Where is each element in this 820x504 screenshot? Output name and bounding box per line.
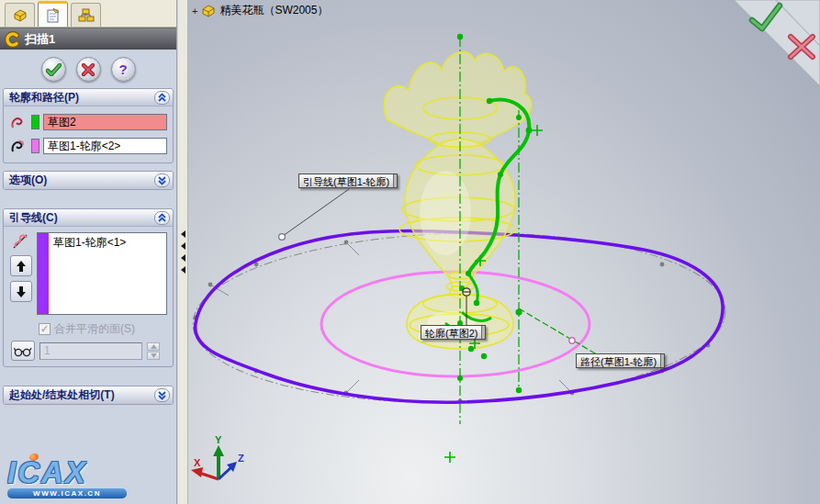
configuration-icon xyxy=(78,8,95,23)
spinner-down-icon[interactable] xyxy=(147,352,160,360)
profile-selection-row: 草图2 xyxy=(9,113,167,131)
corner-x-icon xyxy=(785,33,818,61)
panel-splitter[interactable] xyxy=(178,0,188,504)
icax-watermark: ICAX WWW.ICAX.CN xyxy=(7,459,127,498)
section-profile-and-path: 轮廓和路径(P) 草图2 xyxy=(3,88,174,163)
cancel-button[interactable] xyxy=(76,57,101,82)
section-start-end-tangency: 起始处/结束处相切(T) xyxy=(3,386,174,405)
section-title: 起始处/结束处相切(T) xyxy=(9,387,154,403)
triad-z-label: Z xyxy=(238,453,244,464)
callout-text: 轮廓(草图2) xyxy=(421,326,481,339)
profile-selection-field[interactable]: 草图2 xyxy=(43,114,167,130)
tab-feature-manager[interactable] xyxy=(5,3,35,27)
merge-smooth-faces-row: ✓ 合并平滑的面(S) xyxy=(39,321,167,337)
section-title: 轮廓和路径(P) xyxy=(9,90,154,106)
expand-chevron-down-icon[interactable] xyxy=(154,388,170,402)
tab-property-manager[interactable] xyxy=(38,1,68,27)
callout-text: 引导线(草图1-轮廓) xyxy=(299,174,393,187)
callout-handle xyxy=(481,326,485,339)
arrow-up-icon xyxy=(16,260,27,273)
section-profile-and-path-header[interactable]: 轮廓和路径(P) xyxy=(4,89,173,106)
section-number-spinner xyxy=(147,342,160,360)
guide-curves-list[interactable]: 草图1-轮廓<1> xyxy=(37,232,167,315)
show-sections-button[interactable] xyxy=(11,341,35,361)
confirm-button-row: ? xyxy=(0,50,176,88)
vase-model[interactable] xyxy=(384,51,532,349)
question-icon: ? xyxy=(118,62,127,77)
part-icon xyxy=(201,5,216,17)
collapse-chevron-up-icon[interactable] xyxy=(154,211,170,225)
guide-curve-icon xyxy=(11,232,31,251)
feature-tree-node[interactable]: + 精美花瓶（SW2005） xyxy=(192,3,328,18)
guide-curve-list-item[interactable]: 草图1-轮廓<1> xyxy=(49,233,126,314)
guide-curve-color-swatch xyxy=(38,233,49,314)
checkbox-checked-disabled[interactable]: ✓ xyxy=(39,323,51,335)
callout-handle xyxy=(660,354,664,367)
path-selection-row: 草图1-轮廓<2> xyxy=(9,137,167,155)
icax-url-banner: WWW.ICAX.CN xyxy=(7,488,127,498)
solidworks-window: 扫描1 ? xyxy=(0,0,820,504)
tree-expand-glyph[interactable]: + xyxy=(192,6,197,17)
panel-body: ? 轮廓和路径(P) xyxy=(0,50,176,405)
sweep-feature-icon xyxy=(4,31,21,48)
graphics-viewport[interactable]: X Y Z + 精美花瓶（SW2005） xyxy=(188,0,820,504)
panel-tab-bar xyxy=(0,0,176,28)
check-icon xyxy=(46,63,62,76)
section-options-header[interactable]: 选项(O) xyxy=(4,172,173,189)
section-guide-curves-header[interactable]: 引导线(C) xyxy=(4,209,173,227)
glasses-icon xyxy=(14,345,32,357)
path-sketch-icon xyxy=(9,138,28,154)
callout-text: 路径(草图1-轮廓) xyxy=(577,354,660,367)
collapse-chevron-up-icon[interactable] xyxy=(154,91,170,105)
expand-chevron-down-icon[interactable] xyxy=(154,174,170,187)
path-selection-field[interactable]: 草图1-轮廓<2> xyxy=(43,138,167,154)
triad-x-label: X xyxy=(194,457,201,468)
move-up-button[interactable] xyxy=(10,255,32,276)
property-sheet-icon xyxy=(45,7,62,23)
panel-title: 扫描1 xyxy=(25,31,55,48)
x-icon xyxy=(82,63,95,76)
callout-profile[interactable]: 轮廓(草图2) xyxy=(421,325,486,340)
help-button[interactable]: ? xyxy=(111,57,136,82)
tree-node-label[interactable]: 精美花瓶（SW2005） xyxy=(219,3,328,18)
show-sections-row xyxy=(11,341,167,361)
checkbox-label: 合并平滑的面(S) xyxy=(54,321,135,337)
section-number-input[interactable] xyxy=(39,342,142,360)
collapse-left-icon xyxy=(181,266,185,274)
section-title: 引导线(C) xyxy=(9,210,154,226)
callout-guide-curve[interactable]: 引导线(草图1-轮廓) xyxy=(298,174,398,188)
move-down-button[interactable] xyxy=(10,281,32,302)
property-panel-header: 扫描1 xyxy=(0,28,176,50)
collapse-left-icon xyxy=(181,254,185,262)
icax-logo: ICAX xyxy=(7,455,87,489)
ok-button[interactable] xyxy=(41,57,66,82)
section-guide-curves: 引导线(C) xyxy=(3,208,174,367)
triad-y-label: Y xyxy=(215,434,222,445)
callout-handle xyxy=(393,174,397,187)
profile-color-swatch xyxy=(31,115,39,129)
section-tangency-header[interactable]: 起始处/结束处相切(T) xyxy=(4,386,173,404)
spinner-up-icon[interactable] xyxy=(147,342,160,351)
part-icon xyxy=(12,8,28,23)
collapse-left-icon xyxy=(181,242,185,250)
property-manager-panel: 扫描1 ? xyxy=(0,0,177,504)
orientation-triad: X Y Z xyxy=(191,434,244,479)
corner-ok-button[interactable] xyxy=(747,2,783,33)
tab-configuration-manager[interactable] xyxy=(71,3,101,27)
collapse-left-icon xyxy=(181,230,185,238)
path-color-swatch xyxy=(31,139,39,153)
callout-path[interactable]: 路径(草图1-轮廓) xyxy=(576,353,665,368)
section-options: 选项(O) xyxy=(3,171,174,190)
profile-sketch-icon xyxy=(9,114,28,130)
corner-cancel-button[interactable] xyxy=(785,33,818,61)
corner-check-icon xyxy=(747,2,783,33)
section-title: 选项(O) xyxy=(9,173,154,188)
arrow-down-icon xyxy=(16,286,27,298)
